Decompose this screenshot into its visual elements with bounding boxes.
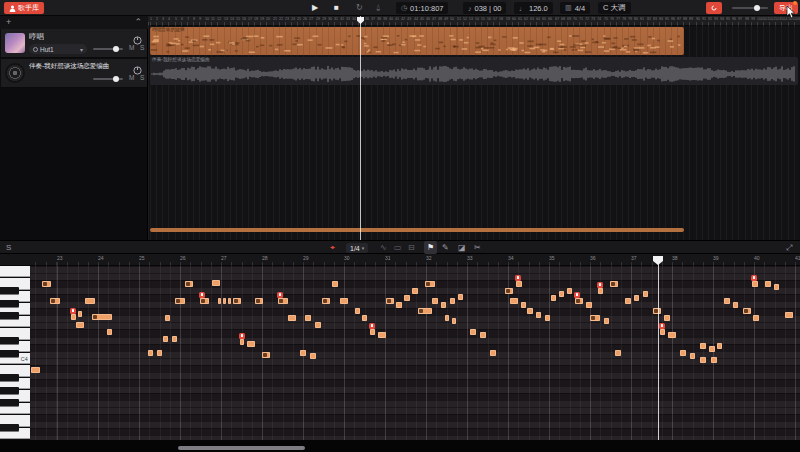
midi-note[interactable] <box>288 315 296 321</box>
slider-knob[interactable] <box>113 46 119 52</box>
midi-note[interactable] <box>717 343 722 349</box>
track-row-vocal[interactable]: 哼唱 Hut1 ▾ M S <box>1 29 147 58</box>
piano-roll-scrollbar[interactable] <box>178 446 305 450</box>
scale-button[interactable]: S <box>6 241 11 254</box>
midi-note[interactable] <box>604 318 609 324</box>
midi-note[interactable] <box>76 322 84 328</box>
midi-note[interactable] <box>516 281 522 287</box>
note-flag-marker[interactable] <box>597 282 603 288</box>
piano-roll-ruler[interactable]: 23242526272829303132333435363738394041 <box>0 254 800 266</box>
accompaniment-avatar[interactable] <box>5 63 25 83</box>
midi-note[interactable] <box>432 298 438 304</box>
vocal-avatar[interactable] <box>5 33 25 53</box>
arrangement-area[interactable]: 1234567891011121314151617181920212223242… <box>148 16 800 240</box>
bpm-display[interactable]: ♩ 126.0 <box>514 2 553 14</box>
note-flag-marker[interactable] <box>659 323 665 329</box>
midi-note[interactable] <box>412 288 418 294</box>
midi-note[interactable] <box>445 315 449 321</box>
midi-note[interactable] <box>310 353 316 359</box>
midi-note[interactable] <box>223 298 226 304</box>
piano-black-key[interactable] <box>0 337 19 344</box>
pencil-tool-icon[interactable]: ✎ <box>442 241 449 254</box>
note-flag-marker[interactable] <box>199 292 205 298</box>
midi-note[interactable] <box>700 357 706 363</box>
solo-button[interactable]: S <box>140 44 144 51</box>
midi-note[interactable] <box>175 298 185 304</box>
midi-note[interactable] <box>441 302 446 308</box>
midi-note[interactable] <box>643 291 648 297</box>
midi-note[interactable] <box>590 315 600 321</box>
midi-note[interactable] <box>668 332 676 338</box>
note-flag-marker[interactable] <box>515 275 521 281</box>
solo-button[interactable]: S <box>140 74 144 81</box>
midi-note[interactable] <box>724 298 730 304</box>
play-button[interactable]: ▶ <box>312 1 318 15</box>
midi-note[interactable] <box>92 314 112 320</box>
add-track-button[interactable]: + <box>6 16 11 29</box>
mute-button[interactable]: M <box>129 44 134 51</box>
midi-note[interactable] <box>172 336 177 342</box>
piano-roll-grid[interactable] <box>30 266 800 440</box>
midi-note[interactable] <box>355 308 360 314</box>
midi-note[interactable] <box>625 298 631 304</box>
midi-note[interactable] <box>315 322 321 328</box>
snap-icon[interactable]: ◂▸ <box>330 241 334 254</box>
voice-preset-dropdown[interactable]: Hut1 ▾ <box>29 44 87 54</box>
midi-note[interactable] <box>233 298 241 304</box>
midi-note[interactable] <box>545 315 550 321</box>
midi-note[interactable] <box>536 312 541 318</box>
midi-note[interactable] <box>157 350 162 356</box>
midi-note[interactable] <box>85 298 95 304</box>
midi-note[interactable] <box>50 298 60 304</box>
key-display[interactable]: C 大调 <box>598 2 631 14</box>
scissors-tool-icon[interactable]: ✂ <box>474 241 481 254</box>
midi-note[interactable] <box>450 298 455 304</box>
midi-note[interactable] <box>690 353 695 359</box>
midi-note[interactable] <box>752 281 758 287</box>
midi-note[interactable] <box>370 329 375 335</box>
midi-note[interactable] <box>305 315 311 321</box>
midi-note[interactable] <box>505 288 513 294</box>
note-flag-marker[interactable] <box>369 323 375 329</box>
midi-note[interactable] <box>567 288 572 294</box>
expand-icon[interactable]: ⤢ <box>786 241 792 254</box>
midi-note[interactable] <box>680 350 686 356</box>
midi-note[interactable] <box>490 350 496 356</box>
midi-note[interactable] <box>551 295 556 301</box>
midi-note[interactable] <box>278 298 288 304</box>
midi-note[interactable] <box>733 302 738 308</box>
midi-note[interactable] <box>340 298 348 304</box>
slider-knob[interactable] <box>113 76 119 82</box>
midi-note[interactable] <box>458 294 463 300</box>
midi-note[interactable] <box>660 329 665 335</box>
piano-black-key[interactable] <box>0 287 19 294</box>
master-volume-slider[interactable] <box>732 7 768 9</box>
accompaniment-audio-region[interactable]: 伴奏-我好想谈这场恋爱编曲 <box>150 57 798 85</box>
track-volume-slider[interactable] <box>93 48 123 50</box>
midi-note[interactable] <box>586 302 592 308</box>
vocal-midi-region[interactable]: 哼唱音轨的旋律 <box>150 27 684 55</box>
midi-note[interactable] <box>148 350 153 356</box>
arrangement-ruler[interactable]: 1234567891011121314151617181920212223242… <box>148 16 800 26</box>
note-flag-marker[interactable] <box>277 292 283 298</box>
marquee-select-icon[interactable]: ▭ <box>394 241 402 254</box>
piano-roll[interactable]: 23242526272829303132333435363738394041 C… <box>0 254 800 440</box>
midi-note[interactable] <box>332 281 338 287</box>
midi-note[interactable] <box>521 302 526 308</box>
midi-note[interactable] <box>255 298 263 304</box>
eraser-tool-icon[interactable]: ◪ <box>458 241 466 254</box>
piano-black-key[interactable] <box>0 374 19 381</box>
midi-note[interactable] <box>362 315 367 321</box>
midi-note[interactable] <box>559 291 564 297</box>
midi-note[interactable] <box>212 280 220 286</box>
midi-note[interactable] <box>700 343 706 349</box>
note-flag-marker[interactable] <box>239 333 245 339</box>
midi-note[interactable] <box>163 336 168 342</box>
midi-note[interactable] <box>200 298 209 304</box>
piano-black-key[interactable] <box>0 312 19 319</box>
midi-note[interactable] <box>653 308 661 314</box>
midi-note[interactable] <box>300 350 306 356</box>
midi-note[interactable] <box>418 308 432 314</box>
midi-note[interactable] <box>709 346 715 352</box>
midi-note[interactable] <box>610 281 618 287</box>
